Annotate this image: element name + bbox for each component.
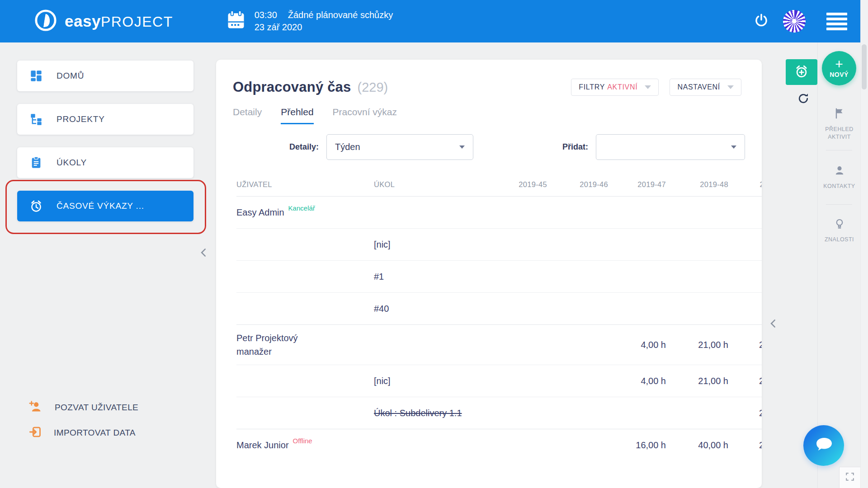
fullscreen-icon — [845, 472, 855, 483]
app-root: easyPROJECT 03:30 Žádné plánované schůzk… — [0, 0, 868, 488]
details-period-select[interactable]: Týden — [326, 134, 473, 160]
chevron-down-icon — [731, 145, 736, 149]
sidebar-item-label: PROJEKTY — [57, 114, 105, 124]
invite-users-label: POZVAT UŽIVATELE — [55, 403, 138, 413]
table-row-task[interactable]: #1 — [236, 260, 762, 292]
chat-bubble-icon — [813, 435, 835, 456]
tasks-clipboard-icon — [29, 156, 43, 169]
col-week-47[interactable]: 2019-47 — [608, 180, 666, 189]
panel-collapse-chevron-icon[interactable] — [768, 318, 779, 329]
import-data-icon — [29, 426, 42, 441]
projects-tree-icon — [29, 113, 43, 126]
header-planned-meetings: Žádné plánované schůzky — [288, 9, 393, 21]
flag-icon — [818, 108, 861, 122]
tab-details[interactable]: Detaily — [233, 107, 262, 124]
details-period-value: Týden — [335, 142, 360, 152]
filters-active-state: AKTIVNÍ — [607, 83, 637, 91]
report-controls: Detaily: Týden Přidat: — [216, 134, 762, 160]
brand-wordmark: easyPROJECT — [65, 12, 173, 30]
col-week-48[interactable]: 2019-48 — [666, 180, 728, 189]
view-tabs: Detaily Přehled Pracovní výkaz — [216, 107, 762, 124]
hours-cell: 21,00 h — [666, 338, 728, 352]
clipped-cell: 2 — [728, 338, 762, 352]
table-row-task[interactable]: Úkol : Subdelivery 1.1 2 — [236, 397, 762, 429]
filters-button[interactable]: FILTRY AKTIVNÍ — [571, 79, 659, 96]
record-count: (229) — [357, 80, 388, 95]
easyproject-logo-icon — [34, 9, 57, 34]
col-week-46[interactable]: 2019-46 — [547, 180, 608, 189]
alarm-plus-icon — [794, 64, 809, 80]
scrollbar-thumb[interactable] — [862, 44, 867, 89]
sidebar-item-timesheets[interactable]: ČASOVÉ VÝKAZY ... — [17, 191, 193, 221]
activity-overview-item[interactable]: PŘEHLED AKTIVIT — [818, 108, 861, 141]
table-row-task[interactable]: [nic] — [236, 228, 762, 260]
import-data-link[interactable]: IMPORTOVAT DATA — [29, 420, 138, 446]
sidebar-item-home[interactable]: DOMŮ — [17, 61, 193, 91]
sidebar-item-tasks[interactable]: ÚKOLY — [17, 147, 193, 178]
lightbulb-icon — [818, 218, 861, 232]
hours-cell: 4,00 h — [608, 338, 666, 352]
user-avatar[interactable] — [783, 10, 806, 33]
start-timer-button[interactable] — [786, 59, 817, 85]
hours-cell: 40,00 h — [666, 438, 728, 452]
hours-cell: 4,00 h — [608, 374, 666, 388]
settings-button[interactable]: NASTAVENÍ — [670, 79, 741, 96]
table-row-task[interactable]: #40 — [236, 292, 762, 324]
chat-button[interactable] — [803, 425, 844, 466]
contacts-label: KONTAKTY — [823, 183, 855, 189]
task-cell: [nic] — [374, 374, 509, 388]
import-data-label: IMPORTOVAT DATA — [54, 428, 136, 438]
table-row-user[interactable]: Petr Projektový manažer 4,00 h 21,00 h 2 — [236, 324, 762, 365]
table-row-user[interactable]: Easy AdminKancelář — [236, 196, 762, 228]
brand-logo[interactable]: easyPROJECT — [34, 9, 173, 34]
task-cell-strikethrough[interactable]: Úkol : Subdelivery 1.1 — [374, 408, 462, 418]
logout-power-icon[interactable] — [754, 13, 769, 29]
table-header: UŽIVATEL ÚKOL 2019-45 2019-46 2019-47 20… — [236, 173, 762, 196]
table-row-user[interactable]: Marek JuniorOffline 16,00 h 40,00 h 2 — [236, 429, 762, 461]
add-label: Přidat: — [562, 142, 588, 152]
user-name: Easy Admin — [236, 206, 284, 219]
user-status-badge: Offline — [293, 436, 312, 446]
alarm-clock-icon — [29, 199, 43, 213]
knowledge-item[interactable]: ZNALOSTI — [818, 218, 861, 244]
invite-users-link[interactable]: POZVAT UŽIVATELE — [29, 395, 138, 420]
knowledge-label: ZNALOSTI — [825, 236, 854, 243]
col-week-45[interactable]: 2019-45 — [509, 180, 547, 189]
calendar-block[interactable]: 03:30 Žádné plánované schůzky 23 zář 202… — [226, 9, 393, 33]
sidebar-collapse-chevron-icon[interactable] — [198, 247, 210, 258]
header-time: 03:30 — [255, 9, 277, 21]
chevron-down-icon — [727, 85, 734, 89]
sidebar-item-label: ČASOVÉ VÝKAZY ... — [57, 201, 144, 211]
clipped-cell: 2 — [728, 406, 762, 420]
activity-overview-label: PŘEHLED AKTIVIT — [825, 126, 854, 141]
table-row-task[interactable]: [nic] 4,00 h 21,00 h 2 — [236, 365, 762, 397]
user-name: Marek Junior — [236, 438, 289, 452]
sidebar-item-projects[interactable]: PROJEKTY — [17, 104, 193, 135]
page-scrollbar[interactable] — [860, 0, 868, 488]
sidebar-footer: POZVAT UŽIVATELE IMPORTOVAT DATA — [29, 395, 138, 446]
contacts-item[interactable]: KONTAKTY — [818, 164, 861, 190]
header-date: 23 zář 2020 — [255, 21, 393, 33]
dashboard-icon — [29, 69, 43, 83]
hours-cell: 21,00 h — [666, 374, 728, 388]
col-task[interactable]: ÚKOL — [374, 180, 509, 189]
col-user[interactable]: UŽIVATEL — [236, 180, 374, 189]
calendar-icon — [226, 10, 245, 33]
hours-cell: 16,00 h — [608, 438, 666, 452]
details-label: Detaily: — [289, 142, 319, 152]
fullscreen-corner[interactable] — [839, 467, 860, 488]
tab-worklog[interactable]: Pracovní výkaz — [333, 107, 397, 124]
main-panel: Odpracovaný čas (229) FILTRY AKTIVNÍ NAS… — [216, 60, 762, 488]
divider — [826, 150, 852, 150]
new-button[interactable]: + NOVÝ — [822, 51, 856, 85]
task-cell: [nic] — [374, 238, 509, 251]
clipped-cell: 2 — [728, 374, 762, 388]
chevron-down-icon — [459, 145, 465, 149]
add-select[interactable] — [596, 134, 745, 160]
plus-icon: + — [835, 58, 843, 70]
refresh-button[interactable] — [796, 92, 811, 107]
new-button-label: NOVÝ — [830, 71, 849, 78]
user-status-badge: Kancelář — [288, 203, 315, 214]
hamburger-menu-icon[interactable] — [826, 13, 847, 30]
tab-overview[interactable]: Přehled — [281, 107, 313, 124]
